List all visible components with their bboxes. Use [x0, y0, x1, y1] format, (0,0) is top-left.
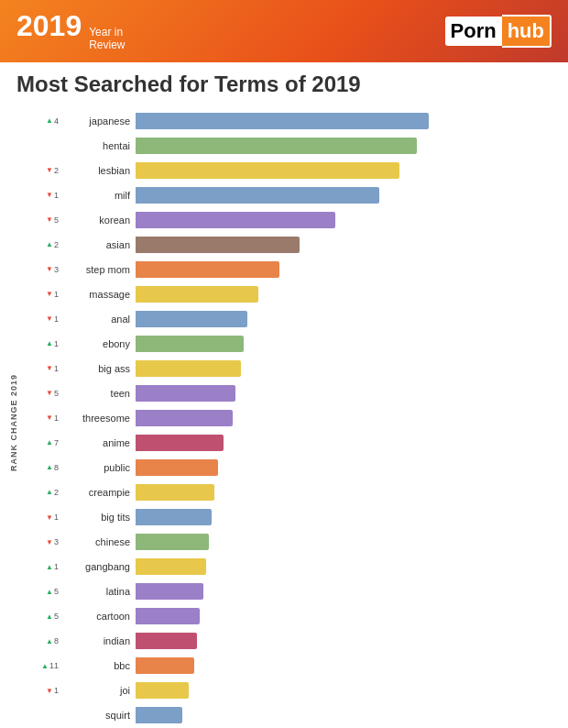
rank-change-item: ▼3 — [26, 531, 60, 553]
rank-change-item: ▼1 — [26, 308, 60, 330]
bar — [136, 484, 214, 501]
arrow-up-icon: ▲ — [46, 488, 53, 496]
rank-change-item: ▼5 — [26, 382, 60, 404]
bar — [136, 657, 194, 674]
arrow-up-icon: ▲ — [46, 588, 53, 596]
term-label: gangbang — [60, 556, 136, 578]
bars-area — [136, 103, 559, 728]
arrow-up-icon: ▲ — [46, 438, 53, 447]
bar-row — [136, 432, 559, 454]
bar — [136, 435, 224, 451]
bar — [136, 385, 235, 402]
arrow-down-icon: ▼ — [46, 215, 53, 224]
term-label: ebony — [60, 333, 136, 355]
rank-label-wrap: RANK CHANGE 2019 — [4, 103, 24, 728]
bar-row — [136, 184, 559, 206]
term-label: anal — [60, 308, 136, 330]
year-block: 2019 Year in Review — [16, 11, 126, 52]
bar-row — [136, 234, 559, 256]
logo-hub: hub — [502, 15, 552, 48]
bar — [136, 162, 399, 179]
bar-row — [136, 556, 559, 578]
bar-row — [136, 605, 559, 627]
arrow-up-icon: ▲ — [41, 662, 49, 670]
bar — [136, 707, 182, 723]
term-label: squirt — [60, 704, 136, 726]
term-label: big ass — [60, 358, 136, 380]
term-label: hentai — [60, 135, 136, 157]
term-label: chinese — [60, 531, 136, 553]
rank-change-item: ▼3 — [26, 259, 60, 281]
logo: Pornhub — [445, 15, 552, 48]
arrow-down-icon: ▼ — [46, 364, 53, 372]
term-label: bbc — [60, 655, 136, 677]
term-label: milf — [60, 184, 136, 206]
title-section: Most Searched for Terms of 2019 — [0, 62, 568, 103]
arrow-down-icon: ▼ — [46, 191, 53, 199]
term-label: latina — [60, 580, 136, 602]
rank-change-item: ▼2 — [26, 160, 60, 182]
bar — [136, 583, 203, 600]
rank-change-item: ▼1 — [26, 184, 60, 206]
rank-change-item: ▼1 — [26, 679, 60, 701]
bar-row — [136, 160, 559, 182]
term-label: anime — [60, 432, 136, 454]
rank-changes-column: ▲4 ▼2▼1▼5▲2▼3▼1▼1▲1▼1▼5▼1▲7▲8▲2▼1▼3▲1▲5▲… — [26, 103, 60, 728]
arrow-down-icon: ▼ — [46, 538, 53, 546]
rank-change-item: ▼1 — [26, 506, 60, 528]
year-text: 2019 — [16, 11, 82, 40]
rank-change-item: ▲4 — [26, 110, 60, 132]
arrow-up-icon: ▲ — [46, 240, 53, 248]
term-label: lesbian — [60, 160, 136, 182]
arrow-down-icon: ▼ — [46, 290, 53, 298]
term-label: teen — [60, 382, 136, 404]
arrow-down-icon: ▼ — [46, 414, 53, 422]
bar-row — [136, 308, 559, 330]
bar — [136, 336, 244, 352]
bar — [136, 286, 258, 303]
arrow-up-icon: ▲ — [46, 116, 53, 125]
rank-change-item: ▲1 — [26, 556, 60, 578]
bar — [136, 534, 209, 550]
bar-row — [136, 135, 559, 157]
bar-row — [136, 382, 559, 404]
arrow-up-icon: ▲ — [46, 612, 53, 621]
rank-change-item — [26, 704, 60, 726]
bar — [136, 113, 429, 129]
term-label: public — [60, 457, 136, 479]
term-label: korean — [60, 209, 136, 231]
term-label: step mom — [60, 259, 136, 281]
term-label: japanese — [60, 110, 136, 132]
bar — [136, 608, 200, 624]
arrow-up-icon: ▲ — [46, 339, 53, 347]
rank-change-item: ▲1 — [26, 333, 60, 355]
rank-change-item: ▲5 — [26, 605, 60, 627]
bar — [136, 633, 197, 649]
arrow-up-icon: ▲ — [46, 637, 53, 645]
bar-row — [136, 679, 559, 701]
term-label: joi — [60, 679, 136, 701]
bar — [136, 360, 241, 377]
rank-change-item: ▼1 — [26, 407, 60, 429]
bar-row — [136, 358, 559, 380]
header: 2019 Year in Review Pornhub — [0, 0, 568, 62]
bar-row — [136, 655, 559, 677]
rank-change-item — [26, 135, 60, 157]
rank-change-item: ▲2 — [26, 481, 60, 503]
rank-change-item: ▲8 — [26, 630, 60, 652]
bar-row — [136, 110, 559, 132]
bar-row — [136, 457, 559, 479]
bar — [136, 212, 335, 228]
rank-change-item: ▲5 — [26, 580, 60, 602]
rank-change-item: ▲7 — [26, 432, 60, 454]
rank-change-item: ▼1 — [26, 283, 60, 305]
term-labels-column: japanesehentailesbianmilfkoreanasianstep… — [60, 103, 136, 728]
arrow-down-icon: ▼ — [46, 687, 53, 695]
rank-change-item: ▲11 — [26, 655, 60, 677]
bar — [136, 459, 218, 476]
year-sub: Year in Review — [89, 26, 125, 52]
arrow-down-icon: ▼ — [46, 389, 53, 397]
arrow-up-icon: ▲ — [46, 463, 53, 471]
bar — [136, 187, 379, 204]
bar-row — [136, 506, 559, 528]
